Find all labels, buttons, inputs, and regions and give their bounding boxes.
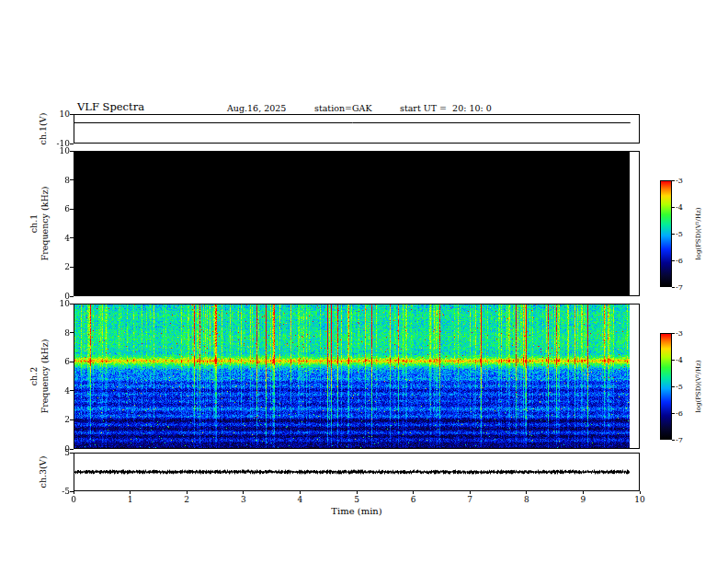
x-tick-mark xyxy=(243,491,244,494)
y-tick-label: 2 xyxy=(48,415,70,424)
x-tick-mark xyxy=(413,491,414,494)
x-tick-mark xyxy=(583,491,584,494)
x-tick-label: 8 xyxy=(518,495,536,504)
y-tick-label: 5 xyxy=(48,448,70,457)
plot-title: VLF Spectra xyxy=(77,100,144,113)
y-tick-mark xyxy=(70,449,74,450)
colorbar-ch1 xyxy=(660,180,672,287)
colorbar-tick-label: -7 xyxy=(676,283,692,292)
x-tick-label: 10 xyxy=(631,495,649,504)
ch1-spectrogram-axis-label-line2: Frequency (kHz) xyxy=(40,187,50,261)
station-label: station=GAK xyxy=(314,103,372,113)
colorbar-tick-mark xyxy=(672,333,675,334)
y-tick-mark xyxy=(70,390,74,391)
y-tick-label: 6 xyxy=(48,204,70,213)
x-tick-label: 9 xyxy=(574,495,592,504)
date-label: Aug.16, 2025 xyxy=(227,103,286,113)
colorbar-tick-label: -3 xyxy=(676,177,692,185)
x-tick-label: 3 xyxy=(234,495,253,504)
y-tick-label: 10 xyxy=(48,299,70,308)
y-tick-label: 10 xyxy=(48,146,70,155)
colorbar-tick-mark xyxy=(672,386,675,387)
time-axis-label: Time (min) xyxy=(320,506,393,516)
ch1-spectrogram-axis-label-line1: ch.1 xyxy=(28,214,39,234)
x-tick-mark xyxy=(470,491,471,494)
y-tick-mark xyxy=(70,362,74,362)
colorbar-tick-label: -6 xyxy=(676,257,692,265)
ch3-voltage-trace-canvas xyxy=(74,454,639,490)
x-tick-label: 5 xyxy=(347,495,366,504)
y-tick-mark xyxy=(70,144,74,144)
x-tick-label: 7 xyxy=(461,495,479,504)
y-tick-mark xyxy=(70,151,74,152)
colorbar-tick-mark xyxy=(672,360,675,361)
y-tick-label: 8 xyxy=(48,328,70,338)
colorbar-tick-mark xyxy=(672,287,675,288)
colorbar-tick-mark xyxy=(672,207,675,208)
x-tick-mark xyxy=(187,491,188,494)
x-tick-label: 1 xyxy=(121,495,140,504)
y-tick-mark xyxy=(70,209,74,210)
y-tick-mark xyxy=(70,304,74,304)
y-tick-mark xyxy=(70,453,74,454)
colorbar-tick-mark xyxy=(672,234,675,235)
x-tick-mark xyxy=(357,491,358,494)
y-tick-label: 4 xyxy=(48,234,70,243)
colorbar-tick-mark xyxy=(672,260,675,261)
x-tick-label: 6 xyxy=(404,495,423,504)
colorbar-tick-label: -6 xyxy=(676,409,692,418)
x-tick-mark xyxy=(640,491,641,494)
colorbar-tick-label: -4 xyxy=(676,356,692,364)
colorbar-ch2-label: log(PSD)(V²/Hz) xyxy=(695,361,702,413)
y-tick-mark xyxy=(70,296,74,297)
x-tick-label: 2 xyxy=(177,495,196,504)
y-tick-label: 6 xyxy=(48,357,70,366)
panel-ch1-voltage xyxy=(74,114,640,144)
panel-ch1-spectrogram xyxy=(74,151,640,296)
y-tick-label: 10 xyxy=(48,109,70,119)
colorbar-tick-label: -7 xyxy=(676,436,692,444)
x-tick-label: 4 xyxy=(290,495,309,504)
ch2-spectrogram-canvas xyxy=(74,304,639,448)
colorbar-tick-label: -3 xyxy=(676,329,692,338)
y-tick-mark xyxy=(70,179,74,180)
y-tick-label: 8 xyxy=(48,176,70,185)
start-ut-label: start UT = 20: 10: 0 xyxy=(400,103,492,113)
colorbar-tick-label: -5 xyxy=(676,383,692,391)
colorbar-ch2 xyxy=(660,333,672,440)
y-tick-mark xyxy=(70,237,74,238)
x-tick-mark xyxy=(300,491,301,494)
colorbar-tick-mark xyxy=(672,413,675,414)
colorbar-tick-mark xyxy=(672,440,675,441)
vlf-spectra-figure: VLF Spectra Aug.16, 2025 station=GAK sta… xyxy=(0,0,728,563)
colorbar-tick-mark xyxy=(672,180,675,181)
ch2-spectrogram-axis-label-line2: Frequency (kHz) xyxy=(40,339,50,414)
y-tick-mark xyxy=(70,114,74,115)
y-tick-mark xyxy=(70,267,74,268)
x-tick-mark xyxy=(526,491,527,494)
colorbar-tick-label: -4 xyxy=(676,203,692,212)
colorbar-gradient xyxy=(661,181,671,286)
y-tick-mark xyxy=(70,332,74,333)
x-tick-mark xyxy=(130,491,131,494)
y-tick-label: 4 xyxy=(48,386,70,396)
ch1-spectrogram-canvas xyxy=(74,152,639,295)
colorbar-ch1-label: log(PSD)(V²/Hz) xyxy=(695,208,702,260)
y-tick-label: 2 xyxy=(48,262,70,271)
panel-ch2-spectrogram xyxy=(74,304,640,449)
ch3-voltage-axis-label: ch.3(V) xyxy=(38,456,48,488)
colorbar-tick-label: -5 xyxy=(676,230,692,238)
ch2-spectrogram-axis-label-line1: ch.2 xyxy=(28,367,39,386)
ch1-voltage-axis-label: ch.1(V) xyxy=(38,113,48,145)
ch1-voltage-trace-canvas xyxy=(74,115,639,143)
y-tick-mark xyxy=(70,419,74,420)
colorbar-gradient xyxy=(661,334,671,439)
x-tick-mark xyxy=(74,491,74,494)
x-tick-label: 0 xyxy=(64,495,83,504)
panel-ch3-voltage xyxy=(74,453,640,491)
